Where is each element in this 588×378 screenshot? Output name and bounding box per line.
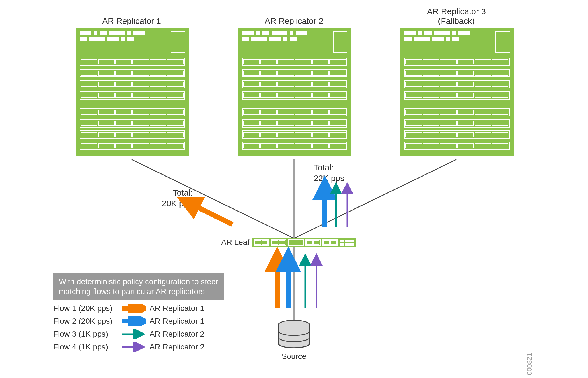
source-db-icon	[277, 320, 311, 352]
legend-arrow-4-icon	[120, 342, 146, 352]
svg-line-0	[132, 159, 294, 238]
legend-dest-1: AR Replicator 1	[150, 304, 204, 313]
replicator-1-label: AR Replicator 1	[76, 16, 188, 26]
legend-flow-1: Flow 1 (20K pps)	[53, 304, 120, 313]
replicator-3-icon	[400, 28, 514, 156]
leaf-switch-icon	[252, 238, 356, 247]
replicator-2-icon	[238, 28, 351, 156]
legend-arrow-3-icon	[120, 329, 146, 339]
legend-title-line2: matching flows to particular AR replicat…	[59, 287, 205, 296]
legend-title-line1: With deterministic policy configuration …	[59, 277, 218, 286]
replicator-1-icon	[76, 28, 189, 156]
legend-dest-2: AR Replicator 1	[150, 317, 204, 326]
leaf-label: AR Leaf	[221, 238, 249, 247]
legend-flow-2: Flow 2 (20K pps)	[53, 317, 120, 326]
svg-line-5	[190, 204, 232, 224]
total-1-label: Total:	[172, 188, 193, 197]
legend-box: With deterministic policy configuration …	[53, 273, 224, 352]
legend-row-3: Flow 3 (1K pps) AR Replicator 2	[53, 329, 224, 339]
replicator-2-label: AR Replicator 2	[238, 16, 350, 26]
legend-flow-3: Flow 3 (1K pps)	[53, 330, 120, 339]
legend-dest-3: AR Replicator 2	[150, 330, 204, 339]
source-label: Source	[266, 352, 322, 361]
total-2-label: Total:	[314, 163, 334, 172]
total-2-text: Total: 22K pps	[314, 162, 344, 183]
total-1-text: Total: 20K pps	[162, 187, 193, 208]
replicator-3-label-line1: AR Replicator 3	[400, 7, 512, 16]
legend-title: With deterministic policy configuration …	[53, 273, 224, 300]
total-1-value: 20K pps	[162, 199, 193, 208]
image-id-tag: jn-000821	[526, 353, 533, 378]
legend-flow-4: Flow 4 (1K pps)	[53, 342, 120, 351]
legend-row-1: Flow 1 (20K pps) AR Replicator 1	[53, 304, 224, 313]
legend-row-4: Flow 4 (1K pps) AR Replicator 2	[53, 342, 224, 352]
diagram-canvas: { "replicators": [ {"label": "AR Replica…	[0, 0, 588, 378]
legend-arrow-1-icon	[120, 304, 146, 313]
total-2-value: 22K pps	[314, 173, 344, 183]
replicator-3-label-line2: (Fallback)	[400, 16, 512, 26]
legend-row-2: Flow 2 (20K pps) AR Replicator 1	[53, 316, 224, 326]
legend-dest-4: AR Replicator 2	[150, 342, 204, 351]
legend-arrow-2-icon	[120, 316, 146, 326]
